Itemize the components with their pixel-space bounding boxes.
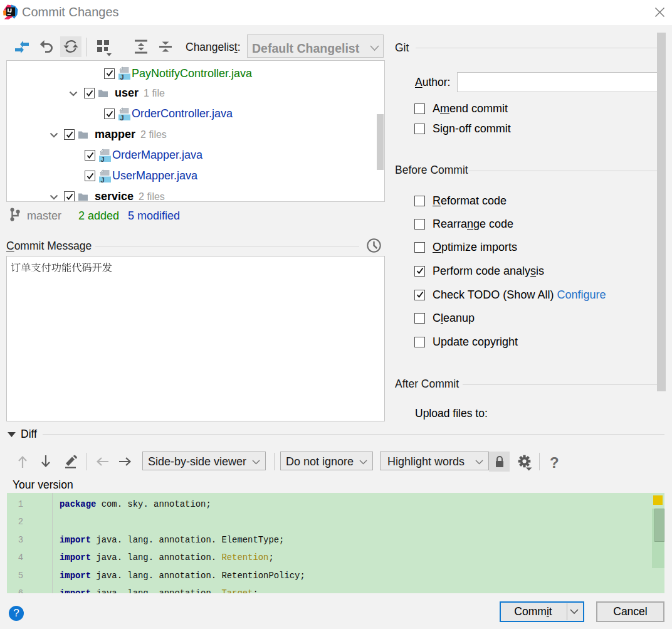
svg-text:J: J xyxy=(120,114,124,120)
svg-text:J: J xyxy=(101,176,105,182)
svg-text:J: J xyxy=(101,155,105,162)
svg-text:J: J xyxy=(120,73,124,80)
